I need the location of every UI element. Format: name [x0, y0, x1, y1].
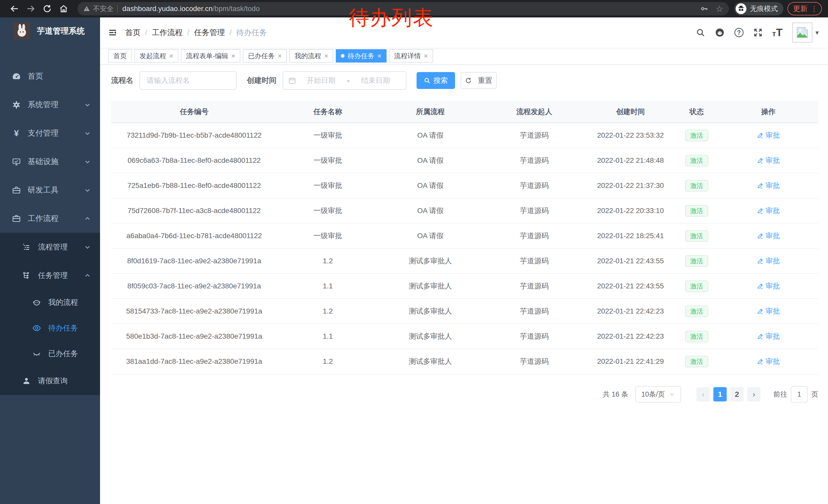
- approve-button[interactable]: 审批: [757, 131, 780, 140]
- bookmark-star-icon[interactable]: ☆: [716, 4, 723, 14]
- status-badge: 激活: [685, 255, 708, 267]
- sidebar-item-label: 请假查询: [38, 376, 68, 386]
- sidebar-item-label: 我的流程: [48, 297, 78, 308]
- page-button-2[interactable]: 2: [730, 387, 744, 402]
- sidebar-item-home[interactable]: 首页: [0, 62, 100, 91]
- breadcrumb-current: 待办任务: [236, 28, 267, 38]
- face-icon: [32, 298, 42, 307]
- range-separator: -: [346, 77, 350, 85]
- breadcrumb-task-management[interactable]: 任务管理: [194, 28, 225, 38]
- status-badge: 激活: [685, 230, 708, 242]
- list-icon: [22, 243, 31, 251]
- yen-icon: ¥: [12, 128, 21, 138]
- breadcrumb: 首页 / 工作流程 / 任务管理 / 待办任务: [125, 28, 267, 38]
- tab-done-tasks[interactable]: 已办任务×: [243, 49, 287, 62]
- table-row: 381aa1dd-7ac8-11ec-a9e2-a2380e71991a 1.2…: [111, 349, 818, 374]
- sidebar-item-payment[interactable]: ¥ 支付管理: [0, 119, 100, 147]
- breadcrumb-workflow[interactable]: 工作流程: [152, 28, 182, 38]
- sidebar-item-todo-tasks[interactable]: 待办任务: [0, 315, 100, 341]
- table-row: 069c6a63-7b8a-11ec-8ef0-acde48001122 一级审…: [111, 148, 818, 173]
- back-icon[interactable]: [10, 4, 19, 13]
- security-label[interactable]: 不安全: [93, 4, 114, 13]
- active-dot: [341, 54, 344, 58]
- briefcase-icon: [12, 214, 21, 223]
- tab-start-process[interactable]: 发起流程×: [134, 49, 178, 62]
- close-icon[interactable]: ×: [424, 52, 428, 60]
- sidebar-collapse-icon[interactable]: [108, 28, 118, 37]
- key-icon[interactable]: [700, 5, 708, 13]
- approve-button[interactable]: 审批: [757, 155, 780, 165]
- table-row: 580e1b3d-7ac8-11ec-a9e2-a2380e71991a 1.1…: [111, 324, 818, 349]
- close-icon[interactable]: ×: [377, 52, 381, 60]
- reload-icon[interactable]: [43, 4, 52, 13]
- dashboard-icon: [12, 72, 21, 81]
- close-icon[interactable]: ×: [324, 52, 328, 60]
- table-row: 8f059c03-7ac8-11ec-a9e2-a2380e71991a 1.1…: [111, 274, 818, 299]
- sidebar-item-infrastructure[interactable]: 基础设施: [0, 147, 100, 176]
- approve-button[interactable]: 审批: [757, 331, 780, 341]
- sidebar-item-label: 流程管理: [38, 242, 68, 252]
- sidebar-item-leave-query[interactable]: 请假查询: [0, 367, 100, 395]
- tab-process-form-edit[interactable]: 流程表单-编辑×: [181, 49, 240, 62]
- table-row: 8f0d1619-7ac8-11ec-a9e2-a2380e71991a 1.2…: [111, 249, 818, 274]
- page-button-1[interactable]: 1: [713, 387, 727, 402]
- breadcrumb-home[interactable]: 首页: [125, 28, 140, 38]
- todo-task-table: 任务编号 任务名称 所属流程 流程发起人 创建时间 状态 操作 73211d9d…: [111, 101, 818, 374]
- sidebar-item-label: 任务管理: [38, 270, 68, 281]
- tree-icon: [22, 271, 31, 280]
- approve-button[interactable]: 审批: [757, 181, 780, 190]
- approve-button[interactable]: 审批: [757, 281, 780, 291]
- approve-button[interactable]: 审批: [757, 231, 780, 241]
- date-range-picker[interactable]: 开始日期 - 结束日期: [283, 71, 406, 90]
- close-icon[interactable]: ×: [169, 52, 173, 60]
- sidebar-item-workflow[interactable]: 工作流程: [0, 204, 100, 233]
- update-button[interactable]: 更新 ⋮: [787, 2, 822, 15]
- eye-icon: [32, 324, 42, 332]
- next-page-button[interactable]: ›: [747, 387, 760, 402]
- search-icon[interactable]: [696, 28, 705, 37]
- tab-home[interactable]: 首页: [108, 49, 132, 62]
- app-navbar: 首页 / 工作流程 / 任务管理 / 待办任务 ? тT ▾: [100, 17, 828, 48]
- workflow-submenu: 流程管理 任务管理 我的流程 待办任务 已办: [0, 233, 100, 395]
- sidebar-item-label: 研发工具: [28, 185, 58, 195]
- user-icon: [22, 377, 31, 385]
- tab-my-process[interactable]: 我的流程×: [289, 49, 333, 62]
- approve-button[interactable]: 审批: [757, 206, 780, 216]
- column-task-name: 任务名称: [277, 107, 378, 117]
- app-logo-row[interactable]: 芋道管理系统: [0, 17, 100, 45]
- reset-button[interactable]: 重置: [461, 72, 497, 89]
- approve-button[interactable]: 审批: [757, 256, 780, 266]
- sidebar-item-system[interactable]: 系统管理: [0, 91, 100, 119]
- sidebar-item-done-tasks[interactable]: 已办任务: [0, 341, 100, 367]
- github-icon[interactable]: [715, 28, 724, 37]
- forward-icon[interactable]: [26, 4, 35, 13]
- tab-todo-tasks[interactable]: 待办任务×: [336, 49, 386, 62]
- tab-process-detail[interactable]: 流程详情×: [389, 49, 433, 62]
- sidebar-item-label: 工作流程: [28, 213, 58, 224]
- sidebar-item-task-management[interactable]: 任务管理: [0, 261, 100, 290]
- fullscreen-icon[interactable]: [753, 28, 762, 37]
- home-icon[interactable]: [59, 4, 68, 13]
- column-initiator: 流程发起人: [482, 107, 586, 117]
- close-icon[interactable]: ×: [232, 52, 235, 60]
- close-icon[interactable]: ×: [278, 52, 282, 60]
- chevron-up-icon: [84, 215, 91, 222]
- column-actions: 操作: [718, 107, 818, 117]
- process-name-input[interactable]: [139, 71, 237, 90]
- avatar[interactable]: [792, 22, 812, 43]
- approve-button[interactable]: 审批: [757, 306, 780, 316]
- navbar-actions: ? тT ▾: [686, 22, 819, 43]
- approve-button[interactable]: 审批: [757, 357, 780, 366]
- sidebar-item-dev-tools[interactable]: 研发工具: [0, 176, 100, 204]
- avatar-caret-icon[interactable]: ▾: [816, 29, 819, 37]
- goto-page-input[interactable]: [791, 386, 808, 403]
- page-size-select[interactable]: 10条/页: [635, 386, 681, 403]
- search-button[interactable]: 搜索: [417, 72, 455, 89]
- font-size-icon[interactable]: тT: [772, 27, 783, 39]
- sidebar-item-process-management[interactable]: 流程管理: [0, 233, 100, 261]
- help-icon[interactable]: ?: [734, 28, 744, 37]
- prev-page-button[interactable]: ‹: [696, 387, 710, 402]
- browser-menu-icon[interactable]: ⋮: [811, 5, 818, 13]
- status-badge: 激活: [685, 306, 708, 317]
- sidebar-item-my-process[interactable]: 我的流程: [0, 290, 100, 315]
